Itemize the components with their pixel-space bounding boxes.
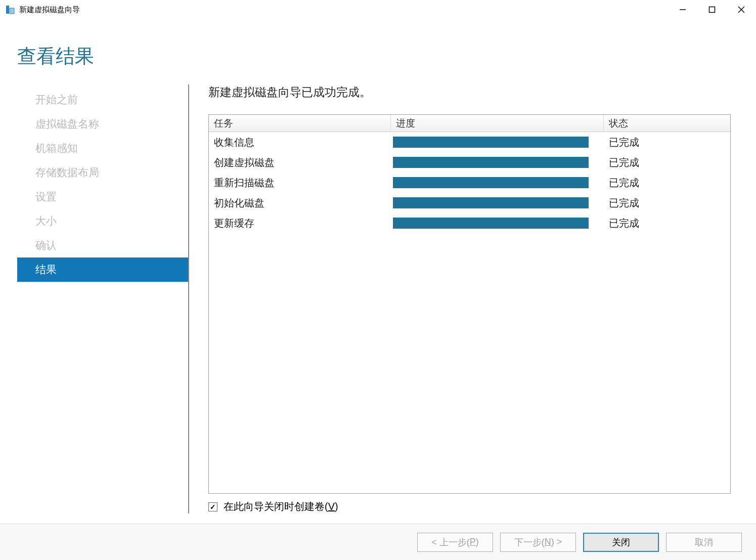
task-status: 已完成	[604, 196, 730, 210]
page-title: 查看结果	[0, 19, 756, 84]
close-wizard-button[interactable]: 关闭	[583, 533, 659, 552]
progress-bar	[393, 157, 589, 168]
maximize-button[interactable]	[697, 0, 727, 19]
sidebar-item-label: 大小	[35, 214, 57, 228]
sidebar-item-before-start[interactable]: 开始之前	[17, 88, 188, 112]
minimize-button[interactable]	[668, 0, 697, 19]
table-row[interactable]: 重新扫描磁盘 已完成	[209, 173, 730, 193]
sidebar-item-label: 虚拟磁盘名称	[35, 117, 99, 131]
svg-rect-0	[6, 6, 9, 14]
sidebar-item-enclosure[interactable]: 机箱感知	[17, 136, 188, 160]
create-volume-checkbox-row[interactable]: 在此向导关闭时创建卷(V)	[208, 500, 731, 513]
task-name: 初始化磁盘	[209, 196, 391, 210]
completion-message: 新建虚拟磁盘向导已成功完成。	[208, 84, 731, 100]
wizard-footer: < 上一步(P) 下一步(N) > 关闭 取消	[0, 524, 756, 560]
titlebar: 新建虚拟磁盘向导	[0, 0, 756, 19]
app-icon	[5, 5, 15, 15]
table-header: 任务 进度 状态	[209, 115, 730, 132]
sidebar-item-confirm[interactable]: 确认	[17, 233, 188, 257]
task-progress	[391, 197, 604, 208]
task-name: 创建虚拟磁盘	[209, 156, 391, 169]
sidebar-item-label: 结果	[35, 263, 57, 277]
next-button: 下一步(N) >	[500, 533, 576, 552]
task-status: 已完成	[604, 136, 730, 149]
task-name: 重新扫描磁盘	[209, 176, 391, 190]
sidebar-item-label: 开始之前	[35, 93, 78, 107]
task-name: 更新缓存	[209, 217, 391, 230]
checkbox-icon[interactable]	[208, 502, 217, 511]
progress-bar	[393, 218, 589, 229]
svg-rect-3	[709, 7, 715, 13]
task-progress	[391, 137, 604, 148]
column-header-status[interactable]: 状态	[604, 115, 730, 132]
wizard-steps-sidebar: 开始之前 虚拟磁盘名称 机箱感知 存储数据布局 设置 大小 确认 结果	[17, 84, 189, 513]
table-row[interactable]: 收集信息 已完成	[209, 132, 730, 152]
sidebar-item-label: 设置	[35, 190, 57, 204]
progress-bar	[393, 137, 589, 148]
table-row[interactable]: 创建虚拟磁盘 已完成	[209, 152, 730, 173]
results-panel: 新建虚拟磁盘向导已成功完成。 任务 进度 状态 收集信息 已完成 创建虚拟磁盘	[189, 84, 731, 513]
window-controls	[668, 0, 756, 19]
cancel-button: 取消	[666, 533, 742, 552]
task-status: 已完成	[604, 176, 730, 190]
progress-bar	[393, 177, 589, 188]
task-progress	[391, 157, 604, 168]
previous-button: < 上一步(P)	[417, 533, 493, 552]
close-button[interactable]	[727, 0, 756, 19]
table-row[interactable]: 更新缓存 已完成	[209, 213, 730, 233]
content-area: 查看结果 开始之前 虚拟磁盘名称 机箱感知 存储数据布局 设置 大小 确认 结果…	[0, 19, 756, 524]
task-status: 已完成	[604, 217, 730, 230]
task-table: 任务 进度 状态 收集信息 已完成 创建虚拟磁盘 已完成	[208, 114, 731, 494]
progress-bar	[393, 197, 589, 208]
table-row[interactable]: 初始化磁盘 已完成	[209, 193, 730, 213]
svg-rect-1	[10, 8, 14, 14]
sidebar-item-disk-name[interactable]: 虚拟磁盘名称	[17, 112, 188, 136]
task-status: 已完成	[604, 156, 730, 169]
column-header-progress[interactable]: 进度	[391, 115, 604, 132]
task-name: 收集信息	[209, 136, 391, 149]
sidebar-item-size[interactable]: 大小	[17, 209, 188, 233]
sidebar-item-results[interactable]: 结果	[17, 257, 188, 282]
table-body: 收集信息 已完成 创建虚拟磁盘 已完成 重新扫描磁盘 已完成	[209, 132, 730, 493]
checkbox-label: 在此向导关闭时创建卷(V)	[224, 500, 338, 513]
sidebar-item-layout[interactable]: 存储数据布局	[17, 160, 188, 185]
sidebar-item-label: 存储数据布局	[35, 165, 99, 180]
window-title: 新建虚拟磁盘向导	[19, 5, 80, 15]
sidebar-item-label: 确认	[35, 238, 57, 252]
sidebar-item-label: 机箱感知	[35, 141, 78, 155]
sidebar-item-settings[interactable]: 设置	[17, 185, 188, 209]
task-progress	[391, 218, 604, 229]
task-progress	[391, 177, 604, 188]
column-header-task[interactable]: 任务	[209, 115, 391, 132]
